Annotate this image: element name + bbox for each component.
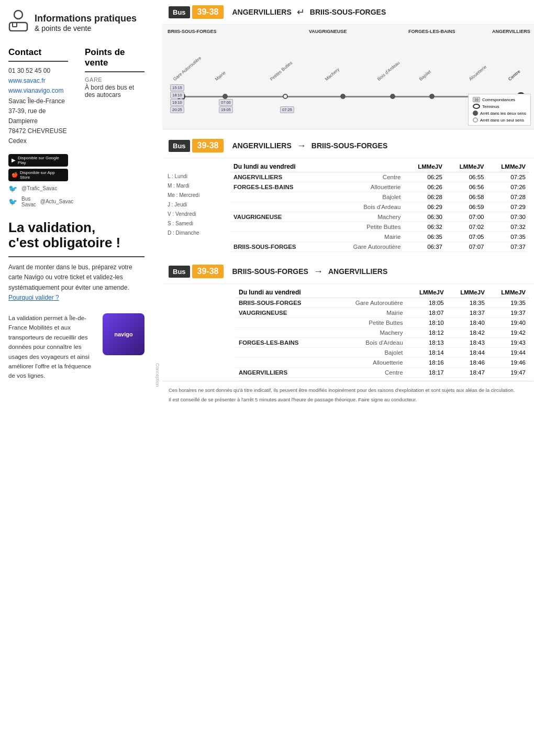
station-name <box>230 222 328 232</box>
twitter1[interactable]: @Trafic_Savac <box>21 185 57 191</box>
time-col1: 18:07 <box>406 308 447 318</box>
google-play-badge[interactable]: ▶ Disponible sur Google Play <box>8 154 68 167</box>
station-name <box>236 328 331 338</box>
stop-name: Petite Buttes <box>331 318 406 328</box>
time-col1: 06:26 <box>404 182 446 192</box>
route-to-2: BRIIS-SOUS-FORGES <box>312 141 387 150</box>
pdv-label1: GARE <box>85 76 144 83</box>
day-d: D : Dimanche <box>168 228 225 238</box>
stop-name: Mairie <box>328 232 404 242</box>
twitter2[interactable]: Bus Savac <box>21 196 36 207</box>
time-col3: 07:26 <box>487 182 529 192</box>
station-name <box>236 358 331 368</box>
station-name <box>230 202 328 212</box>
tt2-col2: LMMeJV <box>447 287 488 298</box>
person-icon <box>8 9 28 36</box>
table-row: FORGES-LES-BAINS Allouetterie 06:26 06:5… <box>230 182 529 192</box>
table-row: Mairie 06:35 07:05 07:35 <box>230 232 529 242</box>
dot-pbuttes[interactable] <box>283 94 288 99</box>
table-row: VAUGRIGNEUSE Machery 06:30 07:00 07:30 <box>230 212 529 222</box>
time-col3: 07:25 <box>487 172 529 182</box>
station-name: VAUGRIGNEUSE <box>236 308 331 318</box>
map-label-briis: BRIIS-SOUS-FORGES <box>168 29 217 34</box>
header-subtitle: & points de vente <box>35 24 137 32</box>
route-arrow-2: → <box>297 140 306 151</box>
table-row: Petite Buttes 06:32 07:02 07:32 <box>230 222 529 232</box>
time-col3: 19:35 <box>488 298 529 308</box>
contact-website2[interactable]: www.vianavigo.com <box>8 87 63 94</box>
header-info: Informations pratiques & points de vente <box>0 0 162 43</box>
time-col1: 06:28 <box>404 192 446 202</box>
twitter3[interactable]: @Actu_Savac <box>40 199 74 204</box>
navigo-card-image: navigo <box>103 313 144 355</box>
table-row: Petite Buttes 18:10 18:40 19:40 <box>236 318 529 328</box>
day-legend: L : Lundi M : Mardi Me : Mercredi J : Je… <box>168 161 230 252</box>
time-col3: 19:40 <box>488 318 529 328</box>
station-name <box>230 192 328 202</box>
footnote: Ces horaires ne sont donnés qu'à titre i… <box>162 381 534 406</box>
contact-cedex: Cedex <box>8 136 68 146</box>
table-row: ANGERVILLIERS Centre 18:17 18:47 19:47 <box>236 368 529 378</box>
day-l: L : Lundi <box>168 172 225 181</box>
time-col1: 06:30 <box>404 212 446 222</box>
tt2-col3: LMMeJV <box>488 287 529 298</box>
table-row: VAUGRIGNEUSE Mairie 18:07 18:37 19:37 <box>236 308 529 318</box>
route-to-3: ANGERVILLIERS <box>328 267 387 276</box>
time-col2: 18:42 <box>447 328 488 338</box>
route-number-2: 39-38 <box>192 139 224 152</box>
tt2-col1: LMMeJV <box>406 287 447 298</box>
time-col2: 06:59 <box>446 202 487 212</box>
time-col1: 18:14 <box>406 348 447 358</box>
pdv-value1: À bord des bus et des autocars <box>85 84 144 98</box>
stop-name: Machery <box>331 328 406 338</box>
app-store-badge[interactable]: 🍎 Disponible sur App Store <box>8 169 68 181</box>
pdv-title: Points de vente <box>85 47 144 68</box>
table-row: BRIIS-SOUS-FORGES Gare Autoroutière 06:3… <box>230 242 529 252</box>
google-play-label: Disponible sur Google Play <box>18 156 65 165</box>
twitter-icon2: 🐦 <box>8 198 17 206</box>
time-col2: 18:43 <box>447 338 488 348</box>
svg-point-0 <box>14 10 23 19</box>
time-col3: 07:28 <box>487 192 529 202</box>
station-name <box>230 232 328 242</box>
day-s: S : Samedi <box>168 219 225 228</box>
time-badges-mairie: 07:00 19:05 <box>219 99 233 113</box>
dot-boisardeau[interactable] <box>390 94 395 99</box>
stop-name: Centre <box>328 172 404 182</box>
time-col1: 18:12 <box>406 328 447 338</box>
legend-terminus: Terminus <box>482 104 499 109</box>
day-j: J : Jeudi <box>168 200 225 210</box>
day-m: M : Mardi <box>168 181 225 191</box>
time-col2: 06:55 <box>446 172 487 182</box>
table-row: BRIIS-SOUS-FORGES Gare Autoroutière 18:0… <box>236 298 529 308</box>
stop-name: Centre <box>331 368 406 378</box>
contact-address: 37-39, rue de Dampierre <box>8 106 68 126</box>
route-arrow-3: → <box>314 266 323 277</box>
time-col1: 18:05 <box>406 298 447 308</box>
dot-mairie[interactable] <box>222 94 228 99</box>
dot-machery[interactable] <box>340 94 346 99</box>
legend-correspondence: Correspondances <box>482 97 515 102</box>
stop-name: Machery <box>328 212 404 222</box>
dot-bajolet[interactable] <box>429 94 435 99</box>
header-text: Informations pratiques & points de vente <box>35 13 137 32</box>
station-name: BRIIS-SOUS-FORGES <box>230 242 328 252</box>
table-row: FORGES-LES-BAINS Bois d'Ardeau 18:13 18:… <box>236 338 529 348</box>
tt2-direction: Du lundi au vendredi <box>236 287 406 298</box>
time-col2: 18:44 <box>447 348 488 358</box>
table-row: Machery 18:12 18:42 19:42 <box>236 328 529 338</box>
social-row: 🐦 @Trafic_Savac <box>8 184 68 193</box>
table-row: Bois d'Ardeau 06:29 06:59 07:29 <box>230 202 529 212</box>
contact-website1[interactable]: www.savac.fr <box>8 77 46 84</box>
time-col2: 18:40 <box>447 318 488 328</box>
time-col3: 19:46 <box>488 358 529 368</box>
stop-name: Gare Autoroutière <box>331 298 406 308</box>
contact-region: Savac Île-de-France <box>8 96 68 106</box>
day-me: Me : Mercredi <box>168 191 225 200</box>
validation-link[interactable]: Pourquoi valider ? <box>8 294 59 301</box>
day-v: V : Vendredi <box>168 210 225 219</box>
legend-one: Arrêt dans un seul sens <box>480 118 524 123</box>
time-col2: 06:56 <box>446 182 487 192</box>
map-label-forges: FORGES-LES-BAINS <box>408 29 455 34</box>
route-from-3: BRIIS-SOUS-FORGES <box>232 267 308 276</box>
